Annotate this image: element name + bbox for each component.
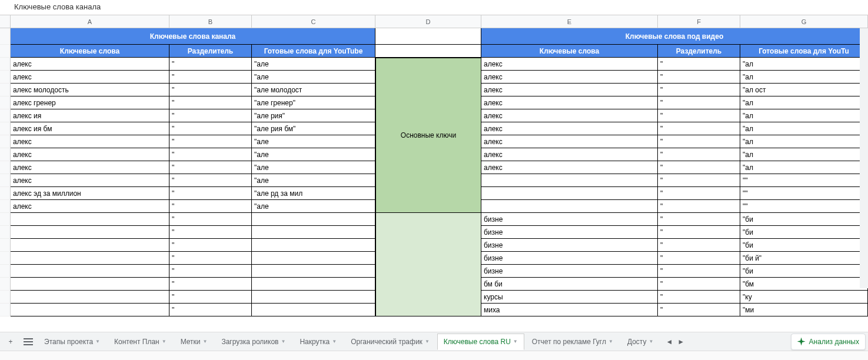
row-number[interactable] [0,265,11,278]
cell-sep-right[interactable]: " [658,252,740,265]
cell-keyword-right[interactable]: бизне [481,213,658,226]
row-number[interactable] [0,122,11,135]
row-number[interactable] [0,239,11,252]
cell-sep-right[interactable]: " [658,291,740,304]
col-header-A[interactable]: A [11,15,169,28]
cell-keyword-left[interactable]: алекс [11,200,169,213]
sheet-tab[interactable]: Досту▼ [621,334,660,350]
cell-keyword-right[interactable]: миха [481,304,658,316]
group-header-right[interactable]: Ключевые слова под видео [481,28,868,45]
cell-ready-right[interactable]: "" [740,187,868,200]
explore-button[interactable]: Анализ данных [791,334,866,350]
cell-D1[interactable] [375,28,481,45]
cell-ready-left[interactable] [252,278,375,291]
tab-nav-left[interactable]: ◄ [666,338,673,346]
cell-sep-right[interactable]: " [658,304,740,316]
cell-ready-left[interactable] [252,265,375,278]
col-header-C[interactable]: C [252,15,375,28]
cell-keyword-left[interactable] [11,252,169,265]
cell-keyword-right[interactable]: алекс [481,71,658,84]
cell-keyword-left[interactable] [11,213,169,226]
cell-sep-left[interactable]: " [169,252,252,265]
cell-ready-left[interactable]: "але молодост [252,84,375,96]
row-number[interactable] [0,226,11,239]
row-number[interactable] [0,58,11,71]
cell-keyword-left[interactable]: алекс ия [11,109,169,122]
cell-sep-left[interactable]: " [169,265,252,278]
merged-secondary[interactable] [375,213,481,316]
cell-sep-left[interactable]: " [169,96,252,109]
cell-sep-right[interactable]: " [658,187,740,200]
sheet-tab[interactable]: Органический трафик▼ [344,334,436,350]
cell-sep-left[interactable]: " [169,58,252,71]
col-header-E[interactable]: E [481,15,658,28]
cell-ready-right[interactable]: "би [740,265,868,278]
cell-ready-right[interactable]: "би [740,239,868,252]
cell-sep-right[interactable]: " [658,213,740,226]
cell-ready-right[interactable]: "би [740,213,868,226]
all-sheets-button[interactable] [20,335,36,349]
row-number[interactable] [0,161,11,174]
cell-D2[interactable] [375,45,481,58]
cell-ready-left[interactable]: "але [252,161,375,174]
cell-sep-right[interactable]: " [658,135,740,148]
cell-sep-right[interactable]: " [658,265,740,278]
cell-ready-left[interactable]: "але рд за мил [252,187,375,200]
cell-ready-right[interactable]: "ми [740,304,868,316]
cell-keyword-right[interactable] [481,174,658,187]
cell-keyword-left[interactable] [11,291,169,304]
cell-keyword-right[interactable]: бм би [481,278,658,291]
merged-main-keys[interactable]: Основные ключи [375,58,481,213]
cell-sep-left[interactable]: " [169,213,252,226]
row-number[interactable] [0,28,11,45]
cell-ready-right[interactable]: "ал ост [740,84,868,96]
col-header-F[interactable]: F [658,15,740,28]
cell-keyword-left[interactable]: алекс [11,58,169,71]
cell-ready-right[interactable]: "ал [740,109,868,122]
cell-keyword-right[interactable] [481,200,658,213]
row-number[interactable] [0,71,11,84]
cell-keyword-right[interactable]: алекс [481,84,658,96]
cell-ready-right[interactable]: "ал [740,58,868,71]
cell-ready-left[interactable]: "але [252,148,375,161]
sheet-tab[interactable]: Метки▼ [174,334,214,350]
cell-ready-left[interactable] [252,226,375,239]
row-number[interactable] [0,174,11,187]
add-sheet-button[interactable]: + [2,335,19,349]
cell-ready-left[interactable]: "але [252,71,375,84]
cell-keyword-right[interactable]: бизне [481,265,658,278]
cell-keyword-left[interactable]: алекс [11,71,169,84]
col-header-B[interactable]: B [169,15,252,28]
row-number[interactable] [0,304,11,316]
row-number[interactable] [0,109,11,122]
row-number[interactable] [0,291,11,304]
cell-ready-left[interactable]: "але [252,58,375,71]
row-number[interactable] [0,96,11,109]
cell-keyword-right[interactable] [481,187,658,200]
cell-keyword-left[interactable]: алекс эд за миллион [11,187,169,200]
cell-ready-right[interactable]: "" [740,174,868,187]
cell-sep-left[interactable]: " [169,278,252,291]
cell-keyword-left[interactable]: алекс [11,174,169,187]
cell-sep-right[interactable]: " [658,58,740,71]
cell-ready-right[interactable]: "" [740,200,868,213]
cell-keyword-left[interactable]: алекс [11,135,169,148]
sub-ready-left[interactable]: Готовые слова для YouTube [252,45,375,58]
cell-keyword-left[interactable] [11,304,169,316]
cell-keyword-right[interactable]: курсы [481,291,658,304]
cell-ready-left[interactable] [252,252,375,265]
cell-keyword-right[interactable]: алекс [481,161,658,174]
cell-sep-right[interactable]: " [658,278,740,291]
cell-sep-right[interactable]: " [658,71,740,84]
row-number[interactable] [0,278,11,291]
cell-keyword-left[interactable]: алекс молодость [11,84,169,96]
sub-separator-left[interactable]: Разделитель [169,45,252,58]
cell-sep-right[interactable]: " [658,148,740,161]
cell-ready-left[interactable] [252,239,375,252]
cell-ready-left[interactable]: "але рия" [252,109,375,122]
cell-sep-left[interactable]: " [169,148,252,161]
row-number[interactable] [0,213,11,226]
cell-ready-right[interactable]: "ал [740,161,868,174]
cell-sep-right[interactable]: " [658,122,740,135]
cell-ready-right[interactable]: "ал [740,135,868,148]
